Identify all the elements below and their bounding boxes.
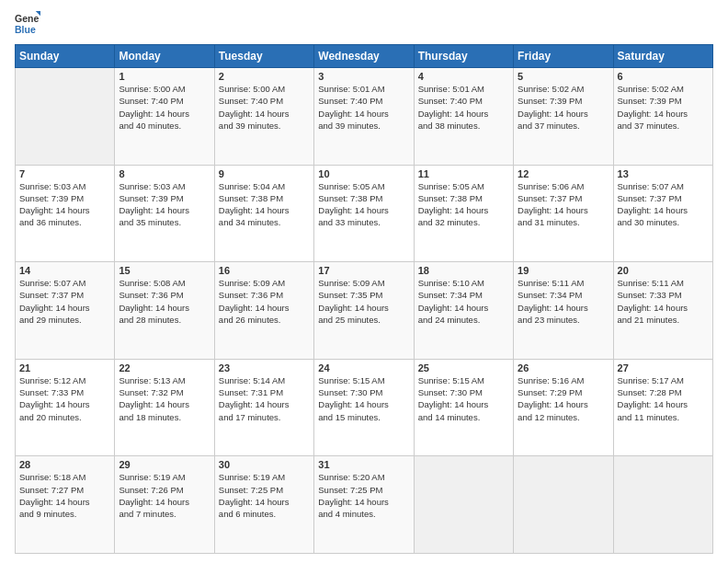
day-number: 23 bbox=[219, 362, 310, 373]
day-header: Wednesday bbox=[314, 45, 414, 68]
day-info: Sunrise: 5:11 AM Sunset: 7:34 PM Dayligh… bbox=[518, 277, 609, 326]
day-info: Sunrise: 5:01 AM Sunset: 7:40 PM Dayligh… bbox=[418, 83, 509, 132]
day-cell: 6Sunrise: 5:02 AM Sunset: 7:39 PM Daylig… bbox=[613, 68, 712, 166]
day-cell: 5Sunrise: 5:02 AM Sunset: 7:39 PM Daylig… bbox=[514, 68, 613, 166]
logo: Gene Blue bbox=[15, 11, 44, 37]
day-cell: 1Sunrise: 5:00 AM Sunset: 7:40 PM Daylig… bbox=[115, 68, 214, 166]
week-row: 1Sunrise: 5:00 AM Sunset: 7:40 PM Daylig… bbox=[16, 68, 713, 166]
week-row: 7Sunrise: 5:03 AM Sunset: 7:39 PM Daylig… bbox=[16, 165, 713, 262]
week-row: 21Sunrise: 5:12 AM Sunset: 7:33 PM Dayli… bbox=[16, 359, 713, 456]
day-header: Saturday bbox=[613, 45, 712, 68]
day-number: 29 bbox=[119, 459, 210, 470]
day-cell: 22Sunrise: 5:13 AM Sunset: 7:32 PM Dayli… bbox=[115, 359, 214, 456]
day-header: Friday bbox=[514, 45, 613, 68]
day-cell: 17Sunrise: 5:09 AM Sunset: 7:35 PM Dayli… bbox=[314, 262, 414, 360]
day-header: Monday bbox=[115, 45, 214, 68]
day-number: 7 bbox=[19, 168, 110, 179]
day-number: 28 bbox=[19, 459, 110, 470]
day-number: 20 bbox=[618, 265, 709, 276]
day-cell: 7Sunrise: 5:03 AM Sunset: 7:39 PM Daylig… bbox=[16, 165, 115, 262]
day-cell: 16Sunrise: 5:09 AM Sunset: 7:36 PM Dayli… bbox=[214, 262, 313, 360]
day-cell: 11Sunrise: 5:05 AM Sunset: 7:38 PM Dayli… bbox=[414, 165, 513, 262]
day-cell: 3Sunrise: 5:01 AM Sunset: 7:40 PM Daylig… bbox=[314, 68, 414, 166]
day-cell: 30Sunrise: 5:19 AM Sunset: 7:25 PM Dayli… bbox=[214, 456, 313, 554]
day-cell: 10Sunrise: 5:05 AM Sunset: 7:38 PM Dayli… bbox=[314, 165, 414, 262]
day-cell bbox=[414, 456, 513, 554]
day-number: 13 bbox=[618, 168, 709, 179]
day-number: 21 bbox=[19, 362, 110, 373]
day-number: 8 bbox=[119, 168, 210, 179]
day-header: Thursday bbox=[414, 45, 513, 68]
day-info: Sunrise: 5:15 AM Sunset: 7:30 PM Dayligh… bbox=[418, 374, 509, 423]
svg-text:Gene: Gene bbox=[15, 13, 39, 24]
day-cell: 15Sunrise: 5:08 AM Sunset: 7:36 PM Dayli… bbox=[115, 262, 214, 360]
day-info: Sunrise: 5:03 AM Sunset: 7:39 PM Dayligh… bbox=[119, 180, 210, 229]
day-cell: 4Sunrise: 5:01 AM Sunset: 7:40 PM Daylig… bbox=[414, 68, 513, 166]
day-info: Sunrise: 5:18 AM Sunset: 7:27 PM Dayligh… bbox=[19, 471, 110, 520]
day-cell bbox=[613, 456, 712, 554]
day-number: 27 bbox=[618, 362, 709, 373]
day-number: 31 bbox=[318, 459, 409, 470]
day-cell bbox=[514, 456, 613, 554]
day-cell: 8Sunrise: 5:03 AM Sunset: 7:39 PM Daylig… bbox=[115, 165, 214, 262]
day-number: 12 bbox=[518, 168, 609, 179]
day-cell: 28Sunrise: 5:18 AM Sunset: 7:27 PM Dayli… bbox=[16, 456, 115, 554]
day-cell: 13Sunrise: 5:07 AM Sunset: 7:37 PM Dayli… bbox=[613, 165, 712, 262]
day-info: Sunrise: 5:02 AM Sunset: 7:39 PM Dayligh… bbox=[518, 83, 609, 132]
day-number: 14 bbox=[19, 265, 110, 276]
day-cell: 9Sunrise: 5:04 AM Sunset: 7:38 PM Daylig… bbox=[214, 165, 313, 262]
day-number: 18 bbox=[418, 265, 509, 276]
day-info: Sunrise: 5:00 AM Sunset: 7:40 PM Dayligh… bbox=[219, 83, 310, 132]
day-info: Sunrise: 5:00 AM Sunset: 7:40 PM Dayligh… bbox=[119, 83, 210, 132]
day-header: Tuesday bbox=[214, 45, 313, 68]
day-info: Sunrise: 5:15 AM Sunset: 7:30 PM Dayligh… bbox=[318, 374, 409, 423]
day-cell: 14Sunrise: 5:07 AM Sunset: 7:37 PM Dayli… bbox=[16, 262, 115, 360]
header-row: SundayMondayTuesdayWednesdayThursdayFrid… bbox=[16, 45, 713, 68]
day-info: Sunrise: 5:06 AM Sunset: 7:37 PM Dayligh… bbox=[518, 180, 609, 229]
day-number: 22 bbox=[119, 362, 210, 373]
day-number: 10 bbox=[318, 168, 409, 179]
week-row: 28Sunrise: 5:18 AM Sunset: 7:27 PM Dayli… bbox=[16, 456, 713, 554]
page: Gene Blue SundayMondayTuesdayWednesdayTh… bbox=[0, 0, 728, 563]
day-cell: 24Sunrise: 5:15 AM Sunset: 7:30 PM Dayli… bbox=[314, 359, 414, 456]
day-info: Sunrise: 5:09 AM Sunset: 7:35 PM Dayligh… bbox=[318, 277, 409, 326]
day-info: Sunrise: 5:08 AM Sunset: 7:36 PM Dayligh… bbox=[119, 277, 210, 326]
day-cell: 31Sunrise: 5:20 AM Sunset: 7:25 PM Dayli… bbox=[314, 456, 414, 554]
day-info: Sunrise: 5:01 AM Sunset: 7:40 PM Dayligh… bbox=[318, 83, 409, 132]
day-info: Sunrise: 5:05 AM Sunset: 7:38 PM Dayligh… bbox=[318, 180, 409, 229]
day-info: Sunrise: 5:14 AM Sunset: 7:31 PM Dayligh… bbox=[219, 374, 310, 423]
day-info: Sunrise: 5:10 AM Sunset: 7:34 PM Dayligh… bbox=[418, 277, 509, 326]
day-cell: 26Sunrise: 5:16 AM Sunset: 7:29 PM Dayli… bbox=[514, 359, 613, 456]
day-number: 5 bbox=[518, 71, 609, 82]
day-number: 25 bbox=[418, 362, 509, 373]
day-info: Sunrise: 5:05 AM Sunset: 7:38 PM Dayligh… bbox=[418, 180, 509, 229]
day-number: 1 bbox=[119, 71, 210, 82]
day-number: 15 bbox=[119, 265, 210, 276]
day-cell: 12Sunrise: 5:06 AM Sunset: 7:37 PM Dayli… bbox=[514, 165, 613, 262]
day-info: Sunrise: 5:17 AM Sunset: 7:28 PM Dayligh… bbox=[618, 374, 709, 423]
header: Gene Blue bbox=[15, 11, 713, 37]
day-number: 2 bbox=[219, 71, 310, 82]
day-number: 24 bbox=[318, 362, 409, 373]
day-number: 19 bbox=[518, 265, 609, 276]
day-number: 16 bbox=[219, 265, 310, 276]
day-info: Sunrise: 5:02 AM Sunset: 7:39 PM Dayligh… bbox=[618, 83, 709, 132]
day-cell: 27Sunrise: 5:17 AM Sunset: 7:28 PM Dayli… bbox=[613, 359, 712, 456]
day-number: 11 bbox=[418, 168, 509, 179]
week-row: 14Sunrise: 5:07 AM Sunset: 7:37 PM Dayli… bbox=[16, 262, 713, 360]
calendar-table: SundayMondayTuesdayWednesdayThursdayFrid… bbox=[15, 44, 713, 554]
day-cell: 20Sunrise: 5:11 AM Sunset: 7:33 PM Dayli… bbox=[613, 262, 712, 360]
day-info: Sunrise: 5:09 AM Sunset: 7:36 PM Dayligh… bbox=[219, 277, 310, 326]
day-info: Sunrise: 5:03 AM Sunset: 7:39 PM Dayligh… bbox=[19, 180, 110, 229]
day-info: Sunrise: 5:16 AM Sunset: 7:29 PM Dayligh… bbox=[518, 374, 609, 423]
day-cell: 19Sunrise: 5:11 AM Sunset: 7:34 PM Dayli… bbox=[514, 262, 613, 360]
day-cell: 18Sunrise: 5:10 AM Sunset: 7:34 PM Dayli… bbox=[414, 262, 513, 360]
day-info: Sunrise: 5:19 AM Sunset: 7:25 PM Dayligh… bbox=[219, 471, 310, 520]
day-number: 4 bbox=[418, 71, 509, 82]
day-number: 6 bbox=[618, 71, 709, 82]
svg-text:Blue: Blue bbox=[15, 24, 36, 35]
day-info: Sunrise: 5:07 AM Sunset: 7:37 PM Dayligh… bbox=[19, 277, 110, 326]
day-header: Sunday bbox=[16, 45, 115, 68]
day-number: 17 bbox=[318, 265, 409, 276]
day-cell: 29Sunrise: 5:19 AM Sunset: 7:26 PM Dayli… bbox=[115, 456, 214, 554]
